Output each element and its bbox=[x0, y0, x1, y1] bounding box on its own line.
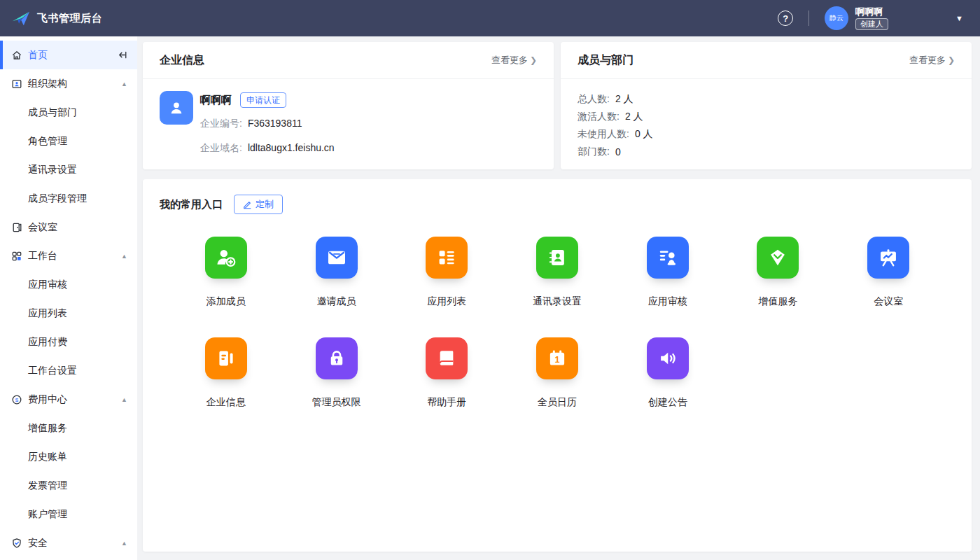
chevron-up-icon[interactable]: ▲ bbox=[121, 80, 127, 88]
top-header: 飞书管理后台 ? 静云 啊啊啊 创建人 ▼ bbox=[0, 0, 980, 36]
sidebar-subitem-app-review[interactable]: 应用审核 bbox=[0, 270, 137, 299]
stat-row: 未使用人数:0 人 bbox=[578, 125, 955, 143]
company-card-body: 啊啊啊 申请认证 企业编号:F363193811企业域名:ldlta8ugx1.… bbox=[143, 79, 554, 167]
app-review-icon bbox=[647, 237, 689, 279]
user-menu[interactable]: 静云 啊啊啊 创建人 ▼ bbox=[825, 6, 963, 30]
company-name-row: 啊啊啊 申请认证 bbox=[200, 92, 335, 108]
sidebar-subitem-members-departments[interactable]: 成员与部门 bbox=[0, 98, 137, 127]
sidebar-subitem-billing-history[interactable]: 历史账单 bbox=[0, 442, 137, 471]
shortcut-admin-permissions[interactable]: 管理员权限 bbox=[281, 337, 392, 409]
sidebar-item-billing-center[interactable]: $费用中心▲ bbox=[0, 385, 137, 414]
shortcut-create-announcement[interactable]: 创建公告 bbox=[612, 337, 723, 409]
add-member-icon bbox=[205, 237, 247, 279]
sidebar-subitem-app-list[interactable]: 应用列表 bbox=[0, 299, 137, 328]
app-logo: 飞书管理后台 bbox=[11, 9, 102, 28]
shortcut-all-staff-calendar[interactable]: 1全员日历 bbox=[502, 337, 612, 409]
shortcut-meeting-rooms[interactable]: 会议室 bbox=[833, 237, 944, 308]
shortcut-help-manual[interactable]: 帮助手册 bbox=[391, 337, 502, 409]
sidebar-item-workplace[interactable]: 工作台▲ bbox=[0, 241, 137, 270]
help-manual-icon bbox=[426, 337, 468, 379]
top-card-row: 企业信息 查看更多 ❯ 啊啊啊 申请认证 bbox=[143, 42, 972, 169]
stat-value: 0 人 bbox=[635, 128, 653, 141]
members-view-more-link[interactable]: 查看更多 ❯ bbox=[909, 54, 955, 66]
sidebar-subitem-workplace-settings[interactable]: 工作台设置 bbox=[0, 356, 137, 385]
user-role-badge: 创建人 bbox=[855, 18, 888, 30]
sidebar-subitem-member-field-management[interactable]: 成员字段管理 bbox=[0, 184, 137, 213]
stat-row: 总人数:2 人 bbox=[578, 90, 955, 108]
field-value: ldlta8ugx1.feishu.cn bbox=[248, 142, 335, 155]
sidebar-subitem-contacts-settings[interactable]: 通讯录设置 bbox=[0, 155, 137, 184]
company-field-row: 企业编号:F363193811 bbox=[200, 118, 335, 130]
app-title: 飞书管理后台 bbox=[37, 12, 102, 25]
chevron-right-icon: ❯ bbox=[948, 55, 955, 65]
shortcuts-title: 我的常用入口 bbox=[160, 198, 223, 211]
shortcut-value-added-services[interactable]: 增值服务 bbox=[723, 237, 834, 308]
company-card-title: 企业信息 bbox=[160, 53, 204, 68]
pencil-icon bbox=[243, 200, 252, 209]
stat-row: 激活人数:2 人 bbox=[578, 108, 955, 125]
org-icon bbox=[11, 78, 22, 90]
shortcut-app-list[interactable]: 应用列表 bbox=[391, 237, 502, 308]
home-icon bbox=[11, 50, 22, 61]
billing-icon: $ bbox=[11, 394, 22, 405]
company-info-card: 企业信息 查看更多 ❯ 啊啊啊 申请认证 bbox=[143, 42, 554, 169]
stat-value: 2 人 bbox=[625, 111, 643, 123]
chevron-up-icon[interactable]: ▲ bbox=[121, 540, 127, 547]
chevron-down-icon[interactable]: ▼ bbox=[955, 14, 963, 22]
stat-label: 激活人数: bbox=[578, 111, 620, 123]
svg-text:$: $ bbox=[15, 397, 19, 403]
sidebar-subitem-account-management[interactable]: 账户管理 bbox=[0, 500, 137, 528]
stat-label: 部门数: bbox=[578, 146, 610, 158]
user-meta: 啊啊啊 创建人 bbox=[855, 7, 888, 30]
chevron-right-icon: ❯ bbox=[530, 55, 537, 65]
meeting-room-icon bbox=[11, 222, 22, 233]
sidebar-subitem-role-management[interactable]: 角色管理 bbox=[0, 127, 137, 155]
customize-button[interactable]: 定制 bbox=[234, 195, 283, 214]
shortcut-label: 应用审核 bbox=[648, 295, 687, 308]
shortcuts-header: 我的常用入口 定制 bbox=[143, 179, 972, 217]
shortcuts-grid: 添加成员邀请成员应用列表通讯录设置应用审核增值服务会议室企业信息管理员权限帮助手… bbox=[143, 217, 972, 409]
field-value: F363193811 bbox=[248, 118, 302, 130]
meeting-rooms-icon bbox=[867, 237, 909, 279]
sidebar-item-label: 首页 bbox=[28, 49, 117, 62]
shortcut-label: 应用列表 bbox=[427, 295, 466, 308]
sidebar-item-meeting-rooms[interactable]: 会议室 bbox=[0, 213, 137, 241]
collapse-sidebar-icon[interactable] bbox=[117, 50, 127, 60]
sidebar-subitem-app-payment[interactable]: 应用付费 bbox=[0, 328, 137, 356]
company-view-more-link[interactable]: 查看更多 ❯ bbox=[491, 54, 537, 66]
shortcut-app-review[interactable]: 应用审核 bbox=[612, 237, 723, 308]
company-field-row: 企业域名:ldlta8ugx1.feishu.cn bbox=[200, 142, 335, 155]
shortcut-label: 邀请成员 bbox=[317, 295, 356, 308]
shortcut-company-info[interactable]: 企业信息 bbox=[171, 337, 281, 409]
sidebar-subitem-invoice-management[interactable]: 发票管理 bbox=[0, 471, 137, 500]
sidebar-item-label: 工作台 bbox=[28, 250, 121, 262]
svg-text:1: 1 bbox=[554, 355, 559, 365]
sidebar-item-org-structure[interactable]: 组织架构▲ bbox=[0, 69, 137, 98]
sidebar-item-label: 会议室 bbox=[28, 221, 127, 234]
stat-value: 2 人 bbox=[615, 93, 634, 106]
shortcut-label: 企业信息 bbox=[206, 396, 246, 409]
shortcut-add-member[interactable]: 添加成员 bbox=[171, 237, 281, 308]
sidebar-item-label: 组织架构 bbox=[28, 78, 121, 90]
apply-verification-button[interactable]: 申请认证 bbox=[240, 92, 286, 108]
chevron-up-icon[interactable]: ▲ bbox=[121, 253, 127, 260]
shortcut-label: 通讯录设置 bbox=[533, 295, 582, 308]
company-fields: 企业编号:F363193811企业域名:ldlta8ugx1.feishu.cn bbox=[200, 118, 335, 167]
shortcut-label: 会议室 bbox=[874, 295, 903, 308]
workplace-icon bbox=[11, 251, 22, 262]
invite-member-icon bbox=[316, 237, 358, 279]
app-list-icon bbox=[426, 237, 468, 279]
create-announcement-icon bbox=[647, 337, 689, 379]
chevron-up-icon[interactable]: ▲ bbox=[121, 396, 127, 403]
sidebar-subitem-value-added-services[interactable]: 增值服务 bbox=[0, 414, 137, 442]
stat-row: 部门数:0 bbox=[578, 143, 955, 160]
members-card-title: 成员与部门 bbox=[578, 53, 634, 68]
shortcut-contacts-settings[interactable]: 通讯录设置 bbox=[502, 237, 612, 308]
shortcut-invite-member[interactable]: 邀请成员 bbox=[281, 237, 392, 308]
shortcut-label: 帮助手册 bbox=[427, 396, 466, 409]
value-added-services-icon bbox=[757, 237, 799, 279]
help-icon[interactable]: ? bbox=[778, 10, 793, 26]
sidebar-item-security[interactable]: 安全▲ bbox=[0, 528, 137, 557]
contacts-settings-icon bbox=[536, 237, 578, 279]
sidebar-item-home[interactable]: 首页 bbox=[0, 41, 137, 69]
